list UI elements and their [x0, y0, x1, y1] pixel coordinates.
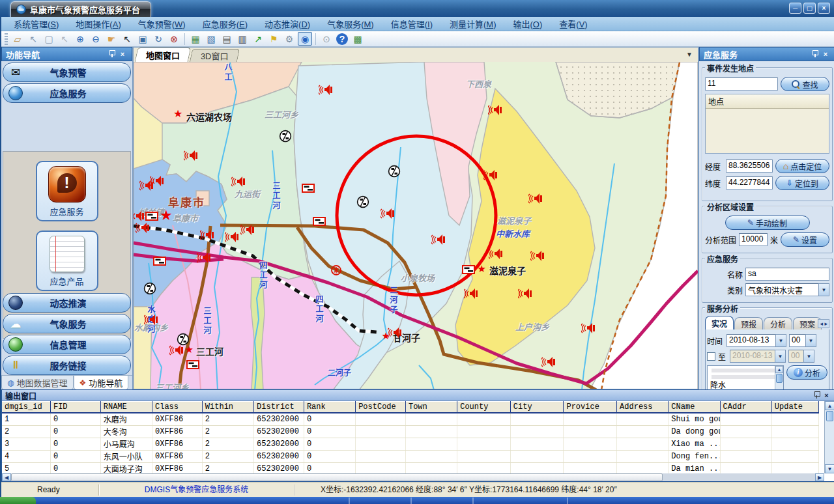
scroll-left-icon[interactable]: ◀ — [2, 473, 11, 481]
nav-group-气象服务[interactable]: ☁气象服务 — [3, 314, 131, 333]
nav-group-气象预警[interactable]: ✉气象预警 — [3, 63, 131, 82]
close-button[interactable]: × — [818, 3, 830, 14]
column-header-Update[interactable]: Update — [771, 402, 818, 413]
menu-气象预警[interactable]: 气象预警(W) — [130, 16, 194, 31]
longitude-input[interactable]: 88.3625506 — [726, 160, 773, 173]
nav-group-动态推演[interactable]: 动态推演 — [3, 293, 131, 313]
print-icon[interactable]: ▤ — [220, 32, 234, 46]
pointer-icon[interactable]: ↖ — [120, 32, 134, 46]
nav-group-信息管理[interactable]: 信息管理 — [3, 335, 131, 354]
analysis-tab-预案[interactable]: 预案 — [793, 317, 822, 329]
column-header-RNAME[interactable]: RNAME — [100, 402, 152, 413]
chevron-down-icon[interactable]: ▼ — [805, 334, 816, 347]
column-header-District[interactable]: District — [254, 402, 304, 413]
menu-动态推演[interactable]: 动态推演(D) — [256, 16, 319, 31]
chevron-down-icon[interactable]: ▼ — [775, 334, 786, 347]
analysis-tab-实况[interactable]: 实况 — [705, 316, 734, 329]
eye-icon[interactable]: ⊙ — [319, 32, 334, 46]
chevron-down-icon[interactable]: ▼ — [818, 283, 829, 296]
bottom-tab-地图数据管理[interactable]: ◍地图数据管理 — [1, 376, 74, 390]
element-list-item[interactable]: 降水 — [708, 381, 783, 390]
globe-service-icon[interactable]: ◉ — [298, 32, 312, 46]
nav-group-服务链接[interactable]: ‖服务链接 — [3, 356, 131, 375]
export-map-icon[interactable]: ▧ — [204, 32, 218, 46]
pin-icon[interactable] — [812, 391, 822, 400]
column-header-Town[interactable]: Town — [405, 402, 457, 413]
zoom-scale-icon[interactable]: ⊛ — [167, 32, 181, 46]
set-range-button[interactable]: ✎ 设置 — [781, 232, 829, 247]
date-combo[interactable]: 2010-08-13 ▼ — [726, 334, 786, 347]
table-row[interactable]: 30小马厩沟0XFF8626523020000Xiao ma ... — [2, 438, 819, 451]
column-header-PostCode[interactable]: PostCode — [356, 402, 406, 413]
table-row[interactable]: 20大冬沟0XFF8626523020000Da dong gou — [2, 426, 819, 438]
pin-icon[interactable] — [810, 49, 820, 59]
to-checkbox[interactable] — [707, 352, 715, 361]
minimize-button[interactable]: ─ — [789, 3, 801, 14]
nav-group-应急服务[interactable]: 应急服务 — [3, 83, 131, 103]
manual-draw-button[interactable]: ✎ 手动绘制 — [725, 216, 810, 230]
menu-应急服务[interactable]: 应急服务(E) — [194, 16, 256, 31]
table-row[interactable]: 10水磨沟0XFF8626523020000Shui mo gou — [2, 413, 819, 426]
latitude-input[interactable]: 44.2277844 — [726, 176, 773, 189]
service-type-combo[interactable]: 气象和洪水灾害 ▼ — [745, 283, 829, 296]
column-header-dmgis_id[interactable]: dmgis_id — [2, 402, 50, 413]
column-header-CName[interactable]: CName — [669, 402, 720, 413]
scroll-up-icon[interactable]: ▲ — [775, 366, 783, 373]
column-header-County[interactable]: County — [457, 402, 511, 413]
column-header-Class[interactable]: Class — [152, 402, 203, 413]
column-header-Address[interactable]: Address — [617, 402, 669, 413]
column-header-Within[interactable]: Within — [202, 402, 253, 413]
service-name-input[interactable]: sa — [745, 268, 829, 281]
tool-应急服务[interactable]: 应急服务 — [36, 161, 98, 221]
column-header-Rank[interactable]: Rank — [304, 402, 355, 413]
help-icon[interactable]: ? — [336, 33, 348, 45]
close-icon[interactable]: × — [820, 49, 831, 59]
plot-icon[interactable]: ▥ — [235, 32, 250, 46]
map-tab-3D窗口[interactable]: 3D窗口 — [190, 49, 240, 62]
settings-gear-icon[interactable]: ⚙ — [282, 32, 296, 46]
green-pointer-icon[interactable]: ↗ — [251, 32, 265, 46]
zoom-out-icon[interactable]: ⊖ — [89, 32, 103, 46]
output-vertical-scrollbar[interactable]: ▲ ▼ — [824, 401, 834, 473]
tool-应急产品[interactable]: 应急产品 — [36, 231, 98, 291]
place-marker-icon[interactable]: ⚑ — [266, 32, 281, 46]
bottom-tab-功能导航[interactable]: ❖功能导航 — [74, 376, 129, 390]
menu-输出[interactable]: 输出(O) — [505, 16, 551, 31]
menu-地图操作[interactable]: 地图操作(A) — [67, 16, 129, 31]
column-header-CAddr[interactable]: CAddr — [720, 402, 771, 413]
overview-icon[interactable]: ▩ — [351, 32, 365, 46]
hour-combo[interactable]: 00 ▼ — [789, 334, 816, 347]
goto-location-button[interactable]: ⇩ 定位到 — [775, 176, 829, 190]
scroll-up-icon[interactable]: ▲ — [825, 401, 834, 410]
select-rect-icon[interactable]: ▢ — [42, 32, 56, 46]
refresh-icon[interactable]: ↻ — [151, 32, 165, 46]
menu-信息管理[interactable]: 信息管理(I) — [382, 16, 441, 31]
scroll-down-icon[interactable]: ▼ — [825, 464, 834, 473]
measure-icon[interactable]: ▱ — [10, 32, 25, 46]
layers-icon[interactable]: ▦ — [188, 32, 203, 46]
menu-气象服务[interactable]: 气象服务(M) — [319, 16, 382, 31]
map-tab-地图窗口[interactable]: 地图窗口 — [135, 48, 192, 62]
location-keyword-input[interactable]: 11 — [705, 77, 778, 91]
scroll-right-icon[interactable]: ▶ — [815, 473, 824, 481]
analyze-button[interactable]: i 分析 — [786, 365, 827, 380]
select-cursor-icon[interactable]: ↖ — [26, 32, 40, 46]
start-button-fragment[interactable] — [0, 497, 36, 504]
map-canvas[interactable]: 六运湖农场三工河乡下西泉九运街阜康市阜康市城关镇滋泥泉子中新水库滋泥泉子小泉牧场… — [134, 62, 698, 389]
menu-测量计算[interactable]: 测量计算(M) — [441, 16, 505, 31]
click-locate-button[interactable]: ⌂ 点击定位 — [775, 159, 829, 173]
tab-scroll-icons[interactable]: ◂ ▸ — [818, 319, 829, 328]
search-button[interactable]: 查找 — [781, 77, 829, 91]
column-header-Provice[interactable]: Provice — [564, 402, 617, 413]
column-header-FID[interactable]: FID — [50, 402, 100, 413]
scrollbar-thumb[interactable] — [826, 411, 833, 421]
tab-list-dropdown-icon[interactable]: ▼ — [686, 51, 693, 58]
menu-系统管理[interactable]: 系统管理(S) — [5, 16, 67, 31]
table-row[interactable]: 40东风一小队0XFF8626523020000Dong fen... — [2, 451, 819, 463]
scrollbar-thumb[interactable] — [11, 473, 663, 481]
close-icon[interactable]: × — [822, 391, 831, 399]
location-list[interactable]: 地点 — [705, 94, 829, 154]
deselect-icon[interactable]: ↖ — [57, 32, 72, 46]
table-row[interactable]: 50大面场子沟0XFF8626523020000Da mian ... — [2, 463, 819, 474]
menu-查看[interactable]: 查看(V) — [551, 16, 596, 31]
